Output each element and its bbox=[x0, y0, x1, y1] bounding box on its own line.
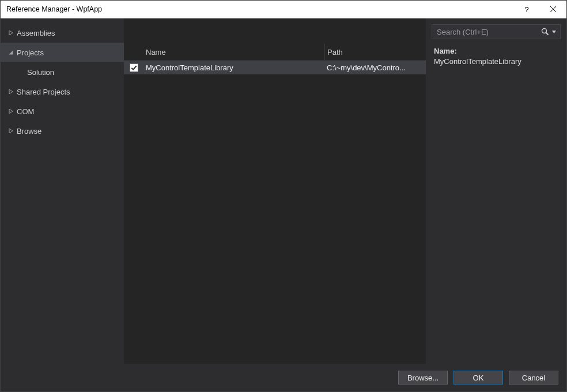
chevron-right-icon bbox=[6, 89, 16, 94]
detail-name-label: Name: bbox=[434, 46, 558, 56]
list-row[interactable]: MyControlTemplateLibrary C:\~my\dev\MyCo… bbox=[124, 61, 426, 74]
search-input[interactable] bbox=[437, 28, 540, 36]
svg-line-8 bbox=[546, 33, 549, 35]
sidebar-item-com[interactable]: COM bbox=[1, 101, 124, 121]
sidebar-subitem-solution[interactable]: Solution bbox=[1, 62, 124, 82]
search-box[interactable] bbox=[432, 24, 561, 39]
chevron-right-icon bbox=[6, 109, 16, 114]
search-wrap bbox=[426, 18, 566, 43]
search-dropdown[interactable] bbox=[550, 31, 558, 33]
detail-name-value: MyControlTemplateLibrary bbox=[434, 56, 558, 67]
list-header-spacer bbox=[124, 18, 426, 44]
chevron-down-icon bbox=[6, 50, 16, 55]
sidebar-subitem-label: Solution bbox=[27, 68, 54, 77]
checkmark-icon bbox=[131, 65, 137, 71]
titlebar: Reference Manager - WpfApp ? bbox=[1, 1, 566, 18]
svg-marker-3 bbox=[9, 51, 13, 55]
sidebar: Assemblies Projects Solution Shared Proj… bbox=[1, 18, 124, 364]
close-icon bbox=[550, 6, 556, 12]
svg-marker-2 bbox=[9, 31, 13, 35]
rightpane: Name: MyControlTemplateLibrary bbox=[426, 18, 566, 364]
help-icon: ? bbox=[524, 5, 528, 14]
body: Assemblies Projects Solution Shared Proj… bbox=[1, 18, 566, 364]
cancel-button[interactable]: Cancel bbox=[509, 371, 558, 385]
row-name: MyControlTemplateLibrary bbox=[143, 63, 324, 72]
svg-marker-9 bbox=[552, 31, 556, 33]
sidebar-item-shared-projects[interactable]: Shared Projects bbox=[1, 82, 124, 101]
list-column-headers: Name Path bbox=[124, 44, 426, 61]
svg-point-7 bbox=[542, 29, 547, 33]
row-checkbox-cell bbox=[124, 63, 143, 72]
detail-panel: Name: MyControlTemplateLibrary bbox=[426, 43, 566, 70]
row-path: C:\~my\dev\MyContro... bbox=[324, 63, 426, 72]
chevron-right-icon bbox=[6, 31, 16, 35]
ok-button[interactable]: OK bbox=[453, 371, 503, 385]
sidebar-item-projects[interactable]: Projects bbox=[1, 43, 124, 62]
window: Reference Manager - WpfApp ? Assemblies bbox=[0, 0, 567, 392]
reference-list: Name Path MyControlTemplateLibrary C:\~m… bbox=[124, 18, 426, 364]
footer: Browse... OK Cancel bbox=[1, 364, 566, 391]
row-checkbox[interactable] bbox=[130, 63, 138, 72]
chevron-down-icon bbox=[552, 31, 556, 33]
sidebar-item-label: Projects bbox=[17, 48, 44, 57]
chevron-right-icon bbox=[6, 129, 16, 133]
sidebar-item-assemblies[interactable]: Assemblies bbox=[1, 23, 124, 43]
sidebar-item-browse[interactable]: Browse bbox=[1, 121, 124, 141]
sidebar-item-label: Browse bbox=[17, 127, 41, 135]
close-button[interactable] bbox=[540, 1, 566, 18]
window-title: Reference Manager - WpfApp bbox=[6, 5, 513, 13]
svg-marker-5 bbox=[9, 109, 13, 114]
sidebar-item-label: Shared Projects bbox=[17, 88, 70, 96]
sidebar-item-label: COM bbox=[17, 107, 34, 116]
svg-marker-6 bbox=[9, 129, 13, 133]
browse-button[interactable]: Browse... bbox=[398, 371, 448, 385]
help-button[interactable]: ? bbox=[513, 1, 540, 18]
search-icon[interactable] bbox=[540, 28, 550, 36]
column-path[interactable]: Path bbox=[324, 44, 426, 60]
column-name[interactable]: Name bbox=[143, 48, 324, 56]
svg-marker-4 bbox=[9, 89, 13, 94]
sidebar-item-label: Assemblies bbox=[17, 29, 55, 37]
